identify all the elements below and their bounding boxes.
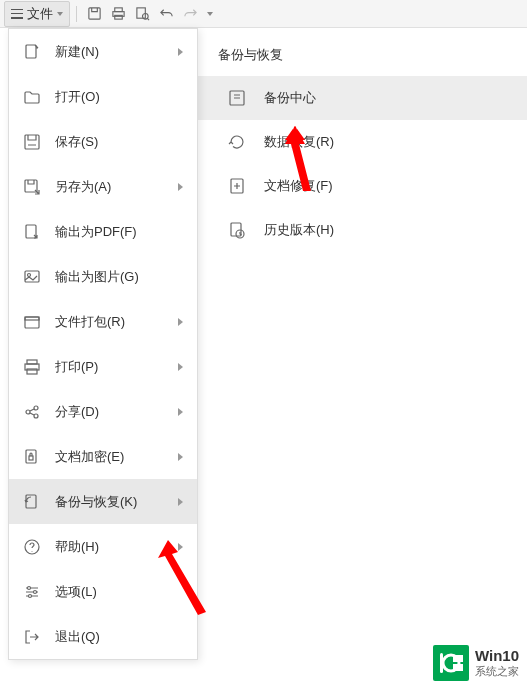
- svg-rect-11: [25, 135, 39, 149]
- menu-package[interactable]: 文件打包(R): [9, 299, 197, 344]
- menu-label: 输出为图片(G): [55, 268, 183, 286]
- submenu-data-recovery[interactable]: 数据恢复(R): [198, 120, 527, 164]
- submenu-history[interactable]: 历史版本(H): [198, 208, 527, 252]
- svg-point-15: [28, 273, 31, 276]
- file-menu-button[interactable]: 文件: [4, 1, 70, 27]
- submenu-header: 备份与恢复: [198, 28, 527, 76]
- preview-icon[interactable]: [131, 3, 153, 25]
- menu-save-as[interactable]: 另存为(A): [9, 164, 197, 209]
- menu-label: 打开(O): [55, 88, 183, 106]
- submenu-doc-repair[interactable]: 文档修复(F): [198, 164, 527, 208]
- svg-point-23: [34, 414, 38, 418]
- menu-help[interactable]: 帮助(H): [9, 524, 197, 569]
- separator: [76, 6, 77, 22]
- svg-rect-10: [26, 45, 36, 58]
- new-file-icon: [23, 43, 41, 61]
- menu-label: 保存(S): [55, 133, 183, 151]
- chevron-right-icon: [178, 408, 183, 416]
- print-icon: [23, 358, 41, 376]
- svg-point-28: [28, 586, 31, 589]
- menu-export-image[interactable]: 输出为图片(G): [9, 254, 197, 299]
- menu-label: 退出(Q): [55, 628, 183, 646]
- menu-label: 另存为(A): [55, 178, 178, 196]
- menu-label: 帮助(H): [55, 538, 178, 556]
- menu-label: 新建(N): [55, 43, 178, 61]
- watermark-title: Win10: [475, 647, 519, 665]
- redo-icon[interactable]: [179, 3, 201, 25]
- file-label: 文件: [27, 5, 53, 23]
- chevron-right-icon: [178, 363, 183, 371]
- svg-point-22: [34, 406, 38, 410]
- svg-rect-0: [88, 8, 99, 19]
- doc-repair-icon: [228, 177, 246, 195]
- chevron-right-icon: [178, 318, 183, 326]
- menu-print[interactable]: 打印(P): [9, 344, 197, 389]
- print-icon[interactable]: [107, 3, 129, 25]
- svg-rect-18: [27, 360, 37, 364]
- options-icon: [23, 583, 41, 601]
- save-icon[interactable]: [83, 3, 105, 25]
- exit-icon: [23, 628, 41, 646]
- svg-rect-17: [25, 317, 39, 320]
- submenu-backup-center[interactable]: 备份中心: [198, 76, 527, 120]
- submenu-panel: 备份与恢复 备份中心 数据恢复(R) 文档修复(F) 历史版本(H): [198, 28, 527, 689]
- chevron-right-icon: [178, 183, 183, 191]
- pdf-icon: [23, 223, 41, 241]
- content-area: 备份与恢复 备份中心 数据恢复(R) 文档修复(F) 历史版本(H): [0, 28, 527, 689]
- menu-backup-restore[interactable]: 备份与恢复(K): [9, 479, 197, 524]
- toolbar: 文件: [0, 0, 527, 28]
- menu-encrypt[interactable]: 文档加密(E): [9, 434, 197, 479]
- menu-export-pdf[interactable]: 输出为PDF(F): [9, 209, 197, 254]
- submenu-label: 备份中心: [264, 89, 316, 107]
- chevron-right-icon: [178, 498, 183, 506]
- menu-label: 文件打包(R): [55, 313, 178, 331]
- submenu-label: 历史版本(H): [264, 221, 334, 239]
- menu-open[interactable]: 打开(O): [9, 74, 197, 119]
- menu-label: 输出为PDF(F): [55, 223, 183, 241]
- chevron-right-icon: [178, 453, 183, 461]
- submenu-label: 数据恢复(R): [264, 133, 334, 151]
- folder-open-icon: [23, 88, 41, 106]
- backup-icon: [23, 493, 41, 511]
- svg-point-29: [34, 590, 37, 593]
- chevron-right-icon: [178, 543, 183, 551]
- menu-share[interactable]: 分享(D): [9, 389, 197, 434]
- menu-label: 备份与恢复(K): [55, 493, 178, 511]
- svg-rect-16: [25, 317, 39, 328]
- data-recovery-icon: [228, 133, 246, 151]
- share-icon: [23, 403, 41, 421]
- menu-options[interactable]: 选项(L): [9, 569, 197, 614]
- svg-rect-25: [29, 456, 33, 460]
- menu-label: 分享(D): [55, 403, 178, 421]
- save-as-icon: [23, 178, 41, 196]
- menu-exit[interactable]: 退出(Q): [9, 614, 197, 659]
- hamburger-icon: [11, 9, 23, 19]
- svg-rect-4: [136, 8, 144, 18]
- menu-label: 打印(P): [55, 358, 178, 376]
- watermark: Win10 系统之家: [433, 645, 519, 681]
- history-icon: [228, 221, 246, 239]
- svg-point-30: [29, 594, 32, 597]
- menu-new[interactable]: 新建(N): [9, 29, 197, 74]
- svg-point-21: [26, 410, 30, 414]
- chevron-right-icon: [178, 48, 183, 56]
- image-icon: [23, 268, 41, 286]
- undo-icon[interactable]: [155, 3, 177, 25]
- backup-center-icon: [228, 89, 246, 107]
- save-icon: [23, 133, 41, 151]
- menu-label: 选项(L): [55, 583, 183, 601]
- package-icon: [23, 313, 41, 331]
- lock-icon: [23, 448, 41, 466]
- chevron-down-icon[interactable]: [207, 12, 213, 16]
- menu-label: 文档加密(E): [55, 448, 178, 466]
- watermark-logo-icon: [433, 645, 469, 681]
- chevron-down-icon: [57, 12, 63, 16]
- svg-rect-34: [453, 664, 463, 671]
- svg-rect-33: [453, 655, 463, 662]
- file-menu: 新建(N) 打开(O) 保存(S) 另存为(A) 输出为PDF(F) 输出为图片…: [8, 28, 198, 660]
- menu-save[interactable]: 保存(S): [9, 119, 197, 164]
- watermark-subtitle: 系统之家: [475, 665, 519, 678]
- help-icon: [23, 538, 41, 556]
- submenu-label: 文档修复(F): [264, 177, 333, 195]
